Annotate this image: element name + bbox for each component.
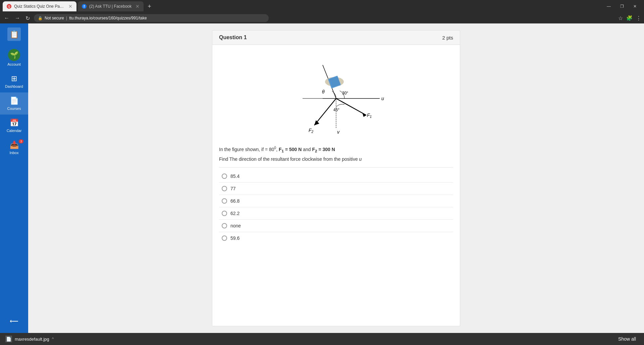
maximize-button[interactable]: ❐ (615, 1, 629, 11)
question-card: Question 1 2 pts u (212, 30, 460, 326)
svg-text:F2: F2 (309, 128, 314, 134)
tab-close-quiz[interactable]: ✕ (68, 4, 72, 9)
inbox-icon: 📥 (10, 141, 19, 149)
dashboard-icon: ⊞ (11, 74, 17, 83)
svg-text:30°: 30° (342, 91, 348, 95)
question-body: u 30° F1 45° (212, 45, 460, 251)
tab-title-quiz: Quiz Statics Quiz One Part One (14, 4, 64, 9)
svg-line-11 (314, 98, 336, 125)
answer-divider-top (219, 167, 453, 167)
svg-marker-12 (314, 120, 319, 125)
svg-text:📋: 📋 (10, 30, 19, 39)
sidebar-item-account[interactable]: 🌱 Account (0, 45, 28, 70)
show-all-button[interactable]: Show all (615, 335, 639, 343)
lock-icon: 🔒 (38, 16, 43, 20)
download-item: 📄 maxresdefault.jpg ^ (5, 336, 54, 342)
download-chevron-icon[interactable]: ^ (52, 337, 54, 341)
inbox-badge: 3 (19, 139, 23, 143)
new-tab-button[interactable]: + (145, 3, 154, 10)
sidebar-collapse-button[interactable]: ⟵ (4, 312, 24, 330)
answer-option-4[interactable]: 62.2 (219, 207, 453, 220)
window-controls: — ❐ ✕ (602, 1, 641, 11)
back-button[interactable]: ← (3, 15, 11, 21)
sidebar-item-dashboard[interactable]: ⊞ Dashboard (0, 70, 28, 92)
radio-4[interactable] (222, 211, 227, 216)
sidebar-item-calendar[interactable]: 📅 Calendar (0, 115, 28, 137)
url-bar[interactable]: 🔒 Not secure | ttu.thuraya.io/courses/16… (34, 14, 269, 22)
tab-bar: Q Quiz Statics Quiz One Part One ✕ f (2)… (0, 0, 644, 13)
courses-icon: 📄 (10, 96, 19, 105)
tab-favicon-quiz: Q (7, 4, 11, 9)
more-icon[interactable]: ⋮ (636, 15, 641, 21)
file-icon: 📄 (5, 336, 12, 342)
radio-6[interactable] (222, 235, 227, 241)
star-icon[interactable]: ☆ (618, 15, 623, 21)
radio-5[interactable] (222, 223, 227, 228)
address-bar: ← → ↻ 🔒 Not secure | ttu.thuraya.io/cour… (0, 13, 644, 23)
close-button[interactable]: ✕ (629, 1, 641, 11)
browser-chrome: Q Quiz Statics Quiz One Part One ✕ f (2)… (0, 0, 644, 23)
svg-text:F1: F1 (367, 113, 372, 119)
sidebar-logo[interactable]: 📋 (6, 26, 22, 42)
download-filename: maxresdefault.jpg (15, 337, 49, 342)
radio-2[interactable] (222, 186, 227, 191)
main-layout: 📋 🌱 Account ⊞ Dashboard 📄 Courses 📅 Cale… (0, 23, 644, 333)
account-label: Account (7, 62, 21, 66)
collapse-icon: ⟵ (10, 318, 18, 325)
forward-button[interactable]: → (13, 15, 21, 21)
courses-label: Courses (7, 107, 21, 111)
svg-line-7 (336, 98, 366, 115)
radio-3[interactable] (222, 198, 227, 204)
url-separator: | (66, 16, 67, 20)
browser-actions: ☆ 🧩 ⋮ (618, 15, 641, 21)
answer-option-5[interactable]: none (219, 220, 453, 232)
answer-label-4: 62.2 (230, 211, 239, 216)
answer-option-3[interactable]: 66.8 (219, 195, 453, 207)
tab-quiz[interactable]: Q Quiz Statics Quiz One Part One ✕ (3, 1, 76, 11)
content-area: Question 1 2 pts u (28, 23, 644, 333)
answer-label-1: 85.4 (230, 174, 239, 179)
answer-label-3: 66.8 (230, 198, 239, 204)
tab-favicon-fb: f (82, 4, 87, 9)
sidebar: 📋 🌱 Account ⊞ Dashboard 📄 Courses 📅 Cale… (0, 23, 28, 333)
sidebar-item-inbox[interactable]: 3 📥 Inbox (0, 137, 28, 159)
account-avatar: 🌱 (8, 49, 20, 61)
refresh-button[interactable]: ↻ (24, 15, 31, 21)
force-diagram: u 30° F1 45° (282, 52, 390, 139)
bottom-bar: 📄 maxresdefault.jpg ^ Show all (0, 333, 644, 345)
extensions-icon[interactable]: 🧩 (626, 15, 633, 21)
calendar-icon: 📅 (10, 119, 19, 127)
calendar-label: Calendar (7, 129, 22, 133)
tab-facebook[interactable]: f (2) Ask TTU | Facebook ✕ (78, 1, 144, 11)
answer-label-2: 77 (230, 186, 236, 191)
svg-text:45°: 45° (333, 108, 339, 112)
answer-option-2[interactable]: 77 (219, 183, 453, 195)
minimize-button[interactable]: — (602, 1, 615, 11)
question-find: Find The direction of the resultant forc… (219, 156, 453, 162)
answer-option-6[interactable]: 59.6 (219, 232, 453, 244)
answer-label-6: 59.6 (230, 235, 239, 241)
answer-option-1[interactable]: 85.4 (219, 170, 453, 183)
inbox-label: Inbox (10, 151, 19, 155)
svg-text:θ: θ (322, 89, 325, 94)
svg-text:u: u (381, 96, 384, 101)
question-description: In the figure shown, if = 800, F1 = 500 … (219, 145, 453, 154)
sidebar-item-courses[interactable]: 📄 Courses (0, 92, 28, 115)
question-header: Question 1 2 pts (212, 30, 460, 45)
question-pts: 2 pts (442, 35, 453, 41)
tab-close-fb[interactable]: ✕ (136, 4, 140, 9)
url-secure-label: Not secure (45, 16, 64, 20)
answer-label-5: none (230, 223, 241, 228)
question-title: Question 1 (219, 34, 247, 41)
dashboard-label: Dashboard (5, 84, 23, 88)
tab-title-fb: (2) Ask TTU | Facebook (89, 4, 131, 9)
diagram-container: u 30° F1 45° (219, 52, 453, 139)
radio-1[interactable] (222, 174, 227, 179)
svg-text:v: v (337, 129, 340, 135)
url-path: ttu.thuraya.io/courses/160/quizzes/991/t… (69, 16, 147, 20)
